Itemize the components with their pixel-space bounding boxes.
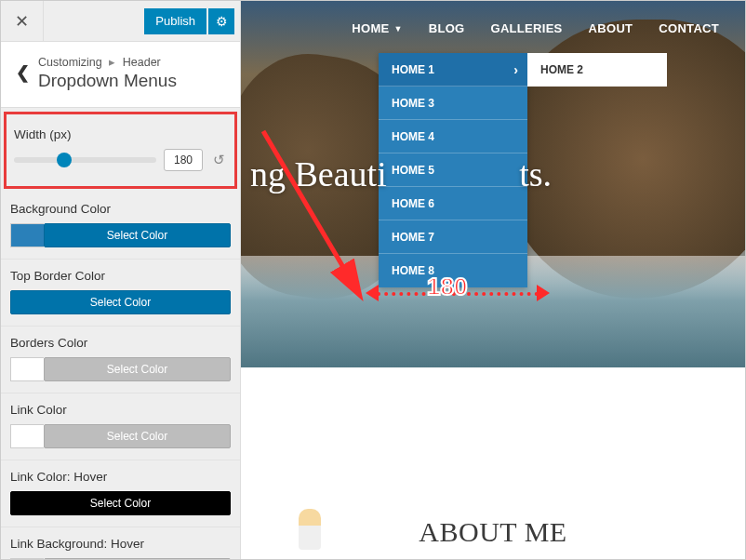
control-linkhover-select-button[interactable]: Select Color [10, 491, 231, 515]
submenu-item[interactable]: HOME 2 [527, 53, 667, 87]
control-link-row: Select Color [10, 424, 231, 448]
control-width: Width (px) 180 ↺ [4, 112, 237, 189]
control-linkhover-row: Select Color [10, 491, 231, 515]
dropdown-item[interactable]: HOME 3 [379, 87, 527, 120]
nav-item-label: HOME [352, 21, 389, 35]
control-width-label: Width (px) [14, 127, 227, 141]
control-bg-label: Background Color [10, 202, 231, 216]
control-link-label: Link Color [10, 403, 231, 417]
gear-icon: ⚙ [216, 14, 228, 29]
control-link-select-button[interactable]: Select Color [44, 424, 231, 448]
dropdown-item-label: HOME 7 [392, 231, 434, 244]
chevron-right-icon: › [513, 53, 518, 87]
nav-item-label: ABOUT [589, 21, 633, 35]
customizer-topbar: ✕ Publish ⚙ [1, 1, 240, 42]
control-link: Link ColorSelect Color [1, 393, 240, 460]
site-preview: HOME▼BLOGGALLERIESABOUTCONTACT HOME 1›HO… [241, 1, 745, 559]
control-borders: Borders ColorSelect Color [1, 327, 240, 393]
hero-title: ng Beauti ts. [241, 153, 745, 194]
dropdown-item[interactable]: HOME 7 [379, 220, 527, 254]
publish-settings-button[interactable]: ⚙ [208, 8, 234, 34]
chevron-left-icon: ❮ [16, 62, 30, 83]
nav-item-label: GALLERIES [490, 21, 562, 35]
close-customizer-button[interactable]: ✕ [1, 1, 44, 42]
hero-section: HOME▼BLOGGALLERIESABOUTCONTACT HOME 1›HO… [241, 1, 745, 367]
control-linkhover: Link Color: HoverSelect Color [1, 460, 240, 527]
breadcrumb-prefix: Customizing [38, 56, 102, 69]
customizer-sidebar: ✕ Publish ⚙ ❮ Customizing ▸ Header Dropd… [1, 1, 241, 559]
control-borders-label: Borders Color [10, 336, 231, 350]
control-borders-row: Select Color [10, 357, 231, 381]
control-linkhover-label: Link Color: Hover [10, 470, 231, 484]
control-bg-row: Select Color [10, 223, 231, 247]
dropdown-item-label: HOME 6 [392, 197, 434, 210]
close-icon: ✕ [15, 11, 29, 32]
dropdown-item-label: HOME 1 [392, 63, 434, 76]
section-title: Dropdown Menus [38, 71, 231, 91]
undo-icon: ↺ [213, 152, 225, 167]
nav-item-about[interactable]: ABOUT [589, 21, 633, 35]
control-bg-select-button[interactable]: Select Color [44, 223, 231, 247]
width-slider-thumb[interactable] [57, 153, 72, 167]
control-topborder-row: Select Color [10, 290, 231, 314]
dropdown-item[interactable]: HOME 1› [379, 53, 527, 87]
publish-button[interactable]: Publish [144, 8, 206, 34]
nav-item-contact[interactable]: CONTACT [659, 21, 719, 35]
annotation-width-value: 180 [427, 273, 467, 301]
dropdown-submenu: HOME 2 [527, 53, 667, 87]
width-slider[interactable] [14, 157, 156, 163]
about-section: ABOUT ME [241, 367, 745, 559]
about-heading: ABOUT ME [241, 516, 745, 548]
dropdown-item[interactable]: HOME 4 [379, 120, 527, 153]
breadcrumb-caret-icon: ▸ [109, 56, 115, 69]
dropdown-item-label: HOME 3 [392, 97, 434, 110]
control-topborder-select-button[interactable]: Select Color [10, 290, 231, 314]
control-linkbg: Link Background: HoverSelect Color [1, 527, 240, 560]
back-button[interactable]: ❮ [7, 51, 38, 94]
control-link-swatch[interactable] [10, 424, 44, 448]
control-borders-select-button[interactable]: Select Color [44, 357, 231, 381]
nav-item-blog[interactable]: BLOG [429, 21, 465, 35]
width-value-input[interactable]: 180 [164, 149, 203, 171]
chevron-down-icon: ▼ [394, 24, 403, 33]
section-header: ❮ Customizing ▸ Header Dropdown Menus [1, 42, 240, 108]
control-borders-swatch[interactable] [10, 357, 44, 381]
width-reset-button[interactable]: ↺ [210, 152, 227, 168]
control-linkbg-label: Link Background: Hover [10, 537, 231, 551]
control-bg: Background ColorSelect Color [1, 193, 240, 260]
nav-item-label: CONTACT [659, 21, 719, 35]
dropdown-item-label: HOME 4 [392, 130, 434, 143]
control-topborder-label: Top Border Color [10, 269, 231, 283]
control-bg-swatch[interactable] [10, 223, 44, 247]
primary-nav: HOME▼BLOGGALLERIESABOUTCONTACT [352, 21, 719, 35]
nav-item-galleries[interactable]: GALLERIES [490, 21, 562, 35]
control-topborder: Top Border ColorSelect Color [1, 260, 240, 327]
breadcrumb-parent: Header [123, 56, 161, 69]
submenu-item-label: HOME 2 [540, 63, 583, 76]
breadcrumb: Customizing ▸ Header Dropdown Menus [38, 55, 231, 91]
nav-item-label: BLOG [429, 21, 465, 35]
nav-item-home[interactable]: HOME▼ [352, 21, 402, 35]
